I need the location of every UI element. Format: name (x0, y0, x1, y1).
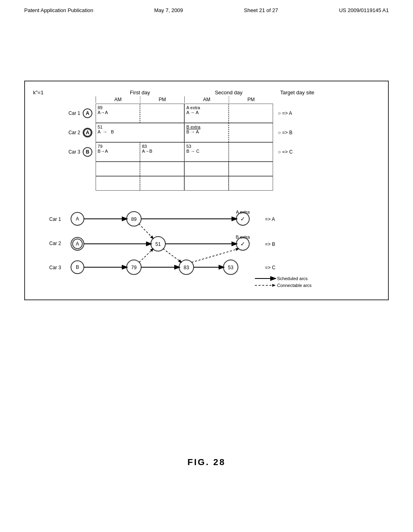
legend-connectable: Connectable arcs (277, 283, 312, 288)
day2-pm: PM (229, 96, 273, 103)
result1: => A (265, 216, 275, 222)
car3-label: Car 3 (69, 149, 80, 155)
car2-cell4 (229, 123, 273, 142)
page-header: Patent Application Publication May 7, 20… (0, 0, 413, 17)
node-89-label: 89 (131, 216, 137, 222)
car1-start-label: A (76, 216, 79, 222)
car2-cell3: B extra B → A (184, 123, 229, 142)
car1-cell3-extra: A extra (186, 105, 227, 110)
car2-label: Car 2 (69, 130, 80, 135)
car3-cell3-number: 53 (186, 144, 227, 149)
car3-row: Car 3 B 79 B→A 83 A→B 53 B → C ○ => C (33, 142, 380, 162)
day1-am: AM (96, 96, 140, 103)
first-day-header: First day (96, 89, 184, 96)
car2-arrow: A → B (98, 129, 182, 134)
dashed-89-51 (139, 224, 153, 239)
car1-circle: A (83, 108, 92, 118)
day2-am: AM (184, 96, 229, 103)
figure-container: k"=1 First day Second day Target day sit… (24, 81, 389, 300)
node-51-label: 51 (155, 241, 161, 247)
car3-circle: B (83, 147, 92, 157)
car3-cell2: 83 A→B (140, 142, 184, 162)
car2-cell-span: 51 A → B (96, 123, 184, 142)
figure-caption: FIG. 28 (0, 457, 413, 468)
empty-row2 (33, 176, 380, 191)
node-83-label: 83 (184, 265, 189, 270)
network-diagram: Car 1 Car 2 Car 3 A A B 89 51 79 (33, 203, 380, 291)
car3-cell1-number: 79 (98, 144, 138, 149)
car2-circle: A (83, 128, 92, 137)
node-79-label: 79 (131, 265, 137, 270)
car2-cell3-extra: B extra (186, 125, 227, 129)
net-car1-label: Car 1 (49, 216, 61, 222)
node-53-label: 53 (228, 265, 234, 270)
day1-pm: PM (140, 96, 184, 103)
car2-end-tick: ✓ (240, 241, 245, 247)
net-car2-label: Car 2 (49, 241, 61, 246)
car1-row: Car 1 A 89 A→A A extra A → A ○ => A (33, 104, 380, 123)
result2: => B (265, 241, 275, 247)
car3-target: ○ => C (273, 142, 321, 162)
k-label: k"=1 (33, 89, 44, 96)
network-svg: Car 1 Car 2 Car 3 A A B 89 51 79 (33, 203, 380, 291)
car2-start-label: A (76, 241, 79, 247)
car1-cell3-arrow: A → A (186, 110, 227, 115)
header-date: May 7, 2009 (154, 7, 183, 13)
car1-target: ○ => A (273, 104, 321, 123)
dashed-79-51 (139, 249, 153, 262)
car1-cell4 (229, 104, 273, 123)
second-day-header: Second day (184, 89, 273, 96)
car3-cell1: 79 B→A (96, 142, 140, 162)
a-extra-label: A extra (236, 210, 250, 214)
dashed-51-83 (163, 249, 181, 262)
car3-cell2-number: 83 (142, 144, 182, 149)
empty-row1 (33, 162, 380, 176)
car3-cell3: 53 B → C (184, 142, 229, 162)
legend-scheduled: Scheduled arcs (277, 276, 308, 281)
table-section: k"=1 First day Second day Target day sit… (33, 89, 380, 191)
car1-cell2 (140, 104, 184, 123)
car2-row: Car 2 A 51 A → B B extra B → A ○ => B (33, 123, 380, 142)
car3-cell2-arrow: A→B (142, 149, 182, 154)
car1-cell3: A extra A → A (184, 104, 229, 123)
car2-number: 51 (98, 125, 182, 129)
target-day-header: Target day site (273, 89, 321, 96)
car1-end-tick: ✓ (240, 216, 245, 222)
result3: => C (265, 265, 275, 270)
car3-cell4 (229, 142, 273, 162)
net-car3-label: Car 3 (49, 265, 61, 270)
car1-cell1-number: 89 (98, 105, 138, 110)
header-patent-number: US 2009/0119145 A1 (339, 7, 389, 13)
car3-start-label: B (76, 264, 79, 270)
car1-cell1-arrow: A→A (98, 110, 138, 115)
caption-text: FIG. 28 (188, 457, 225, 467)
car1-label: Car 1 (69, 110, 80, 116)
b-extra-label: B extra (236, 235, 250, 239)
car1-cell1: 89 A→A (96, 104, 140, 123)
header-publication: Patent Application Publication (24, 7, 93, 13)
car3-cell3-arrow: B → C (186, 149, 227, 154)
car3-cell1-arrow: B→A (98, 149, 138, 154)
car2-cell3-arrow: B → A (186, 129, 227, 134)
header-sheet: Sheet 21 of 27 (244, 7, 278, 13)
car2-target: ○ => B (273, 123, 321, 142)
